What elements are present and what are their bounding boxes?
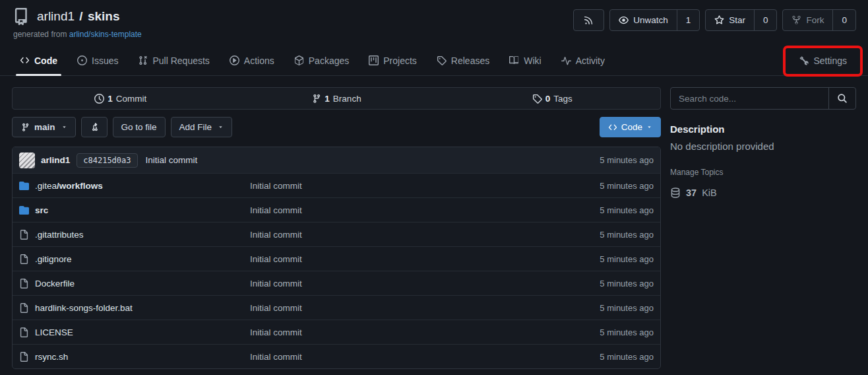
file-name-link[interactable]: rsync.sh <box>35 352 68 362</box>
tab-pull-requests[interactable]: Pull Requests <box>130 46 217 75</box>
chevron-down-icon <box>61 124 67 130</box>
file-commit-message[interactable]: Initial commit <box>250 303 600 313</box>
file-commit-time: 5 minutes ago <box>600 254 654 264</box>
rss-icon <box>584 15 594 25</box>
repo-owner-link[interactable]: arlind1 <box>37 9 75 23</box>
repo-summary-bar: 1 Commit 1 Branch 0 Tags <box>12 87 661 110</box>
repo-action-buttons: Unwatch 1 Star 0 Fork <box>573 9 856 31</box>
branches-link[interactable]: 1 Branch <box>228 88 444 109</box>
description-text: No description provided <box>670 141 856 152</box>
file-name-link[interactable]: .gitignore <box>35 254 72 264</box>
repo-sidebar: Description No description provided Mana… <box>670 87 856 198</box>
code-icon <box>20 55 30 65</box>
repo-size: 37 KiB <box>670 188 856 198</box>
chevron-down-icon <box>218 124 224 130</box>
description-title: Description <box>670 123 856 135</box>
compare-button[interactable] <box>81 117 108 137</box>
add-file-button[interactable]: Add File <box>171 117 233 137</box>
file-name-link[interactable]: .gitattributes <box>35 230 84 240</box>
avatar[interactable] <box>19 153 35 168</box>
file-row: .gitattributes Initial commit 5 minutes … <box>13 222 660 246</box>
file-commit-time: 5 minutes ago <box>600 303 654 313</box>
code-search-bar <box>670 87 856 110</box>
file-commit-message[interactable]: Initial commit <box>250 230 600 240</box>
file-commit-time: 5 minutes ago <box>600 352 654 362</box>
file-name-link[interactable]: src <box>35 205 48 215</box>
tab-actions[interactable]: Actions <box>222 46 282 75</box>
search-icon <box>837 93 848 104</box>
file-name-link[interactable]: Dockerfile <box>35 279 75 289</box>
repo-name-link[interactable]: skins <box>88 9 120 23</box>
tab-wiki[interactable]: Wiki <box>501 46 549 75</box>
chevron-down-icon <box>646 124 652 130</box>
tab-releases[interactable]: Releases <box>429 46 497 75</box>
database-icon <box>670 188 681 198</box>
stars-count[interactable]: 0 <box>754 10 777 30</box>
go-to-file-button[interactable]: Go to file <box>113 117 166 137</box>
commit-author-link[interactable]: arlind1 <box>41 155 70 165</box>
file-commit-message[interactable]: Initial commit <box>250 254 600 264</box>
search-button[interactable] <box>828 88 855 109</box>
file-commit-time: 5 minutes ago <box>600 279 654 289</box>
star-icon <box>714 15 724 25</box>
fork-button[interactable]: Fork <box>783 10 832 30</box>
file-commit-message[interactable]: Initial commit <box>250 352 600 362</box>
repo-header: arlind1 / skins generated from arlind/sk… <box>0 0 868 39</box>
unwatch-button[interactable]: Unwatch <box>610 10 677 30</box>
tab-activity[interactable]: Activity <box>553 46 613 75</box>
file-icon <box>19 327 29 337</box>
book-icon <box>509 55 519 65</box>
branch-icon <box>311 94 321 104</box>
manage-topics-link[interactable]: Manage Topics <box>670 168 724 177</box>
history-icon <box>94 94 104 104</box>
repo-icon <box>12 8 29 25</box>
package-icon <box>294 55 304 65</box>
eye-icon <box>619 15 629 25</box>
compare-icon <box>90 123 99 132</box>
file-commit-time: 5 minutes ago <box>600 205 654 215</box>
branch-icon <box>20 123 30 132</box>
file-icon <box>19 254 29 264</box>
issue-icon <box>77 55 87 65</box>
file-commit-time: 5 minutes ago <box>600 327 654 337</box>
commits-link[interactable]: 1 Commit <box>13 88 228 109</box>
file-name-link[interactable]: .gitea/workflows <box>35 181 103 191</box>
branch-selector[interactable]: main <box>12 117 76 137</box>
search-input[interactable] <box>671 88 828 109</box>
latest-commit-row: arlind1 c84215d0a3 Initial commit 5 minu… <box>13 147 660 173</box>
file-icon <box>19 303 29 313</box>
tab-issues[interactable]: Issues <box>69 46 126 75</box>
tab-packages[interactable]: Packages <box>286 46 357 75</box>
file-row: LICENSE Initial commit 5 minutes ago <box>13 320 660 344</box>
file-name-link[interactable]: hardlink-songs-folder.bat <box>35 303 133 313</box>
tab-projects[interactable]: Projects <box>361 46 425 75</box>
file-row: .gitignore Initial commit 5 minutes ago <box>13 246 660 271</box>
tag-icon <box>437 55 447 65</box>
file-row: hardlink-songs-folder.bat Initial commit… <box>13 295 660 320</box>
repo-nav: Code Issues Pull Requests Actions Packag… <box>0 46 868 76</box>
file-row: .gitea/workflows Initial commit 5 minute… <box>13 173 660 197</box>
generated-from: generated from arlind/skins-template <box>13 30 142 39</box>
file-commit-time: 5 minutes ago <box>600 230 654 240</box>
file-commit-message[interactable]: Initial commit <box>250 181 600 191</box>
star-button[interactable]: Star <box>706 10 754 30</box>
file-commit-message[interactable]: Initial commit <box>250 279 600 289</box>
commit-message-link[interactable]: Initial commit <box>146 155 198 165</box>
watchers-count[interactable]: 1 <box>677 10 700 30</box>
forks-count[interactable]: 0 <box>832 10 855 30</box>
file-commit-message[interactable]: Initial commit <box>250 205 600 215</box>
commit-hash-link[interactable]: c84215d0a3 <box>77 153 137 168</box>
tab-code[interactable]: Code <box>12 46 65 75</box>
code-download-button[interactable]: Code <box>600 117 661 137</box>
file-icon <box>19 230 29 240</box>
tab-settings[interactable]: Settings <box>791 46 855 75</box>
file-commit-message[interactable]: Initial commit <box>250 327 600 337</box>
pull-request-icon <box>138 55 148 65</box>
file-name-link[interactable]: LICENSE <box>35 327 73 337</box>
file-icon <box>19 352 29 362</box>
template-repo-link[interactable]: arlind/skins-template <box>69 30 142 39</box>
file-row: src Initial commit 5 minutes ago <box>13 197 660 222</box>
project-icon <box>369 55 379 65</box>
tags-link[interactable]: 0 Tags <box>445 88 660 109</box>
rss-button[interactable] <box>574 10 604 30</box>
